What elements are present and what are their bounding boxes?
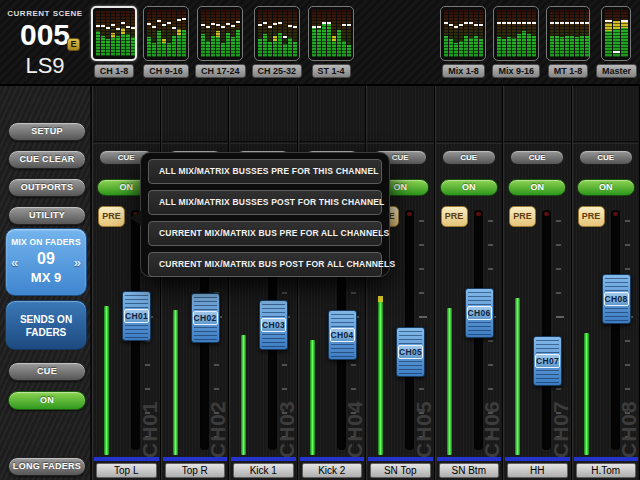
fader-cap[interactable]: CH03 <box>259 300 288 350</box>
meter-bar <box>201 10 205 57</box>
meter-bar <box>236 10 240 57</box>
meter-block-label: Mix 9-16 <box>492 64 540 78</box>
meter-bar <box>459 10 463 57</box>
meter-box <box>254 6 300 61</box>
meter-block-ch-1-8[interactable]: CH 1-8 <box>91 6 137 78</box>
fader-scale-tick <box>556 268 561 270</box>
on-button[interactable]: ON <box>577 179 635 196</box>
meter-bar <box>550 10 554 57</box>
mix-on-faders-panel[interactable]: « MIX ON FADERS 09 MX 9 » <box>5 228 87 296</box>
on-button[interactable]: ON <box>440 179 498 196</box>
meter-block-ch-25-32[interactable]: CH 25-32 <box>252 6 303 78</box>
meter-block-ch-17-24[interactable]: CH 17-24 <box>195 6 246 78</box>
meter-bar <box>182 10 186 57</box>
pre-badge[interactable]: PRE <box>578 206 605 227</box>
channel-name-plate[interactable]: SN Top <box>370 463 431 478</box>
popup-menu-item-2[interactable]: ALL MIX/MATRIX BUSSES POST FOR THIS CHAN… <box>148 190 382 215</box>
meter-bar <box>258 10 262 57</box>
channel-color-bar <box>505 457 570 461</box>
meter-block-mix-9-16[interactable]: Mix 9-16 <box>492 6 540 78</box>
channel-name-plate[interactable]: HH <box>507 463 568 478</box>
channel-strip-ch08: CUEONPRECH08CH08H.Tom <box>572 86 640 480</box>
channel-name-plate[interactable]: Kick 2 <box>302 463 363 478</box>
meter-bar <box>474 10 478 57</box>
fader-cap-channel-id: CH07 <box>535 354 560 368</box>
fader-cap-ridges <box>194 296 217 310</box>
mix-prev-icon[interactable]: « <box>11 255 18 270</box>
on-button[interactable]: ON <box>508 179 566 196</box>
cue-button[interactable]: CUE <box>442 150 496 165</box>
fader-cap[interactable]: CH08 <box>602 274 631 324</box>
meter-block-master[interactable]: Master <box>596 6 637 78</box>
master-cue-button[interactable]: CUE <box>8 362 86 381</box>
meter-block-label: CH 9-16 <box>143 64 189 78</box>
popup-menu-item-3[interactable]: CURRENT MIX/MATRIX BUS PRE FOR ALL CHANN… <box>148 221 382 246</box>
cue-button[interactable]: CUE <box>510 150 564 165</box>
meter-bar <box>555 10 559 57</box>
popup-menu-item-4[interactable]: CURRENT MIX/MATRIX BUS POST FOR ALL CHAN… <box>148 252 382 277</box>
strip-divider <box>93 141 160 144</box>
sidebar-button-utility[interactable]: UTILITY <box>8 206 86 225</box>
sidebar-button-outports[interactable]: OUTPORTS <box>8 178 86 197</box>
meter-bar <box>216 10 220 57</box>
master-on-button[interactable]: ON <box>8 391 86 410</box>
meter-bar <box>106 11 110 56</box>
strip-divider <box>367 141 434 144</box>
meter-bar <box>605 10 612 57</box>
popup-menu-item-1[interactable]: ALL MIX/MATRIX BUSSES PRE FOR THIS CHANN… <box>148 159 382 184</box>
meter-bar <box>575 10 579 57</box>
channel-name-plate[interactable]: Kick 1 <box>233 463 294 478</box>
cue-button[interactable]: CUE <box>579 150 633 165</box>
meter-bar <box>317 10 321 57</box>
meter-block-ch-9-16[interactable]: CH 9-16 <box>143 6 189 78</box>
fader-cap[interactable]: CH01 <box>122 291 151 341</box>
pre-badge[interactable]: PRE <box>98 206 125 227</box>
fader-scale-tick <box>625 244 630 246</box>
channel-meter <box>447 308 452 455</box>
meter-bar <box>621 10 628 57</box>
current-scene-panel[interactable]: CURRENT SCENE 005 E LS9 <box>0 0 90 84</box>
channel-strips: CUEONPRECH01CH01Top LCUEONPRECH02CH02Top… <box>92 86 640 480</box>
channel-meter <box>584 333 589 456</box>
fader-cap[interactable]: CH04 <box>328 310 357 360</box>
meter-bar <box>167 10 171 57</box>
channel-name-plate[interactable]: SN Btm <box>439 463 500 478</box>
channel-name-plate[interactable]: H.Tom <box>576 463 637 478</box>
pre-badge[interactable]: PRE <box>441 206 468 227</box>
channel-strip-ch05: CUEONPRECH05CH05SN Top <box>366 86 435 480</box>
channel-color-bar <box>368 457 433 461</box>
fader-cap[interactable]: CH02 <box>191 293 220 343</box>
fader-cap-ridges <box>125 324 148 338</box>
sends-on-faders-button[interactable]: SENDS ON FADERS <box>5 300 87 350</box>
meter-bar <box>464 10 468 57</box>
channel-name-plate[interactable]: Top L <box>96 463 157 478</box>
fader-cap[interactable]: CH06 <box>465 288 494 338</box>
sidebar-button-setup[interactable]: SETUP <box>8 122 86 141</box>
channel-color-bar <box>300 457 365 461</box>
meter-bar <box>152 10 156 57</box>
channel-strip-ch04: CUEONPRECH04CH04Kick 2 <box>298 86 367 480</box>
channel-color-bar <box>163 457 228 461</box>
fader-scale-tick <box>419 244 424 246</box>
mix-next-icon[interactable]: » <box>74 255 81 270</box>
pre-post-popup: ALL MIX/MATRIX BUSSES PRE FOR THIS CHANN… <box>140 152 390 277</box>
input-meter-blocks: CH 1-8CH 9-16CH 17-24CH 25-32ST 1-4 <box>91 6 354 78</box>
fader-cap-ridges <box>605 307 628 321</box>
fader-cap-channel-id: CH03 <box>261 318 286 332</box>
fader-scale-tick <box>351 292 356 294</box>
channel-name-plate[interactable]: Top R <box>165 463 226 478</box>
pre-badge[interactable]: PRE <box>509 206 536 227</box>
meter-block-mix-1-8[interactable]: Mix 1-8 <box>440 6 486 78</box>
fader-cap[interactable]: CH07 <box>533 336 562 386</box>
meter-block-st-1-4[interactable]: ST 1-4 <box>308 6 354 78</box>
fader-cap[interactable]: CH05 <box>396 327 425 377</box>
channel-strip-ch06: CUEONPRECH06CH06SN Btm <box>435 86 504 480</box>
meter-block-mt-1-8[interactable]: MT 1-8 <box>546 6 590 78</box>
sidebar-button-cue-clear[interactable]: CUE CLEAR <box>8 150 86 169</box>
fader-cap-channel-id: CH08 <box>604 292 629 306</box>
meter-bar <box>332 10 336 57</box>
fader-cap-ridges <box>331 343 354 357</box>
meter-box <box>197 6 243 61</box>
meter-bar <box>263 10 267 57</box>
long-faders-button[interactable]: LONG FADERS <box>8 457 86 476</box>
